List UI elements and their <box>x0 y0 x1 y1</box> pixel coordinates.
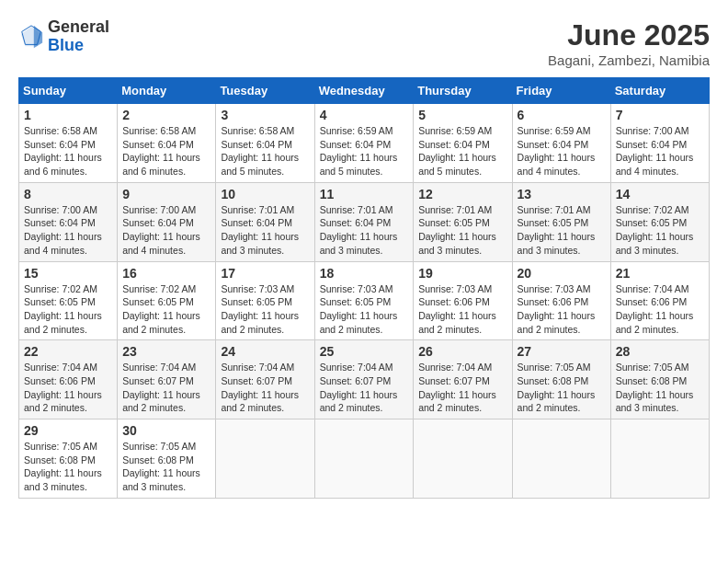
calendar-cell: 13Sunrise: 7:01 AMSunset: 6:05 PMDayligh… <box>512 182 610 261</box>
calendar-cell: 26Sunrise: 7:04 AMSunset: 6:07 PMDayligh… <box>414 340 512 419</box>
day-number: 6 <box>518 108 606 122</box>
day-info: Sunrise: 7:00 AMSunset: 6:04 PMDaylight:… <box>616 124 704 178</box>
weekday-header: Monday <box>118 78 216 104</box>
calendar-cell: 1Sunrise: 6:58 AMSunset: 6:04 PMDaylight… <box>19 104 118 183</box>
day-info: Sunrise: 7:03 AMSunset: 6:06 PMDaylight:… <box>418 282 506 337</box>
day-number: 25 <box>320 344 409 359</box>
title-area: June 2025 Bagani, Zambezi, Namibia <box>548 18 710 68</box>
day-number: 12 <box>418 187 506 201</box>
calendar-header: SundayMondayTuesdayWednesdayThursdayFrid… <box>19 78 710 104</box>
day-info: Sunrise: 7:02 AMSunset: 6:05 PMDaylight:… <box>616 203 704 258</box>
calendar-cell: 12Sunrise: 7:01 AMSunset: 6:05 PMDayligh… <box>414 182 512 261</box>
day-number: 11 <box>320 187 409 201</box>
day-number: 13 <box>518 187 606 201</box>
day-number: 24 <box>221 344 309 359</box>
calendar-week-row: 29Sunrise: 7:05 AMSunset: 6:08 PMDayligh… <box>19 419 710 499</box>
logo-text: General Blue <box>48 18 109 55</box>
weekday-header: Tuesday <box>216 78 314 104</box>
day-info: Sunrise: 7:01 AMSunset: 6:04 PMDaylight:… <box>320 203 409 258</box>
weekday-header: Wednesday <box>314 78 414 104</box>
weekday-header: Sunday <box>19 78 118 104</box>
calendar-cell: 7Sunrise: 7:00 AMSunset: 6:04 PMDaylight… <box>610 104 709 183</box>
calendar-cell: 6Sunrise: 6:59 AMSunset: 6:04 PMDaylight… <box>512 104 610 183</box>
day-number: 29 <box>24 423 112 438</box>
weekday-header: Thursday <box>414 78 512 104</box>
day-info: Sunrise: 7:04 AMSunset: 6:07 PMDaylight:… <box>320 361 409 415</box>
calendar-cell: 19Sunrise: 7:03 AMSunset: 6:06 PMDayligh… <box>414 261 512 340</box>
calendar-cell: 23Sunrise: 7:04 AMSunset: 6:07 PMDayligh… <box>118 340 216 419</box>
day-info: Sunrise: 7:04 AMSunset: 6:07 PMDaylight:… <box>418 361 506 415</box>
day-number: 30 <box>122 423 210 438</box>
page-title: June 2025 <box>548 18 710 52</box>
day-info: Sunrise: 7:01 AMSunset: 6:05 PMDaylight:… <box>418 203 506 258</box>
day-info: Sunrise: 6:58 AMSunset: 6:04 PMDaylight:… <box>221 124 309 178</box>
day-info: Sunrise: 7:02 AMSunset: 6:05 PMDaylight:… <box>122 282 210 337</box>
day-number: 3 <box>221 108 309 122</box>
day-info: Sunrise: 7:00 AMSunset: 6:04 PMDaylight:… <box>24 203 112 258</box>
day-number: 4 <box>320 108 409 122</box>
day-number: 9 <box>122 187 210 201</box>
day-info: Sunrise: 7:03 AMSunset: 6:05 PMDaylight:… <box>221 282 309 337</box>
calendar-cell <box>414 419 512 499</box>
calendar-body: 1Sunrise: 6:58 AMSunset: 6:04 PMDaylight… <box>19 104 710 499</box>
calendar-cell: 18Sunrise: 7:03 AMSunset: 6:05 PMDayligh… <box>314 261 414 340</box>
day-info: Sunrise: 7:05 AMSunset: 6:08 PMDaylight:… <box>24 440 112 494</box>
day-number: 21 <box>616 266 704 281</box>
day-number: 26 <box>418 344 506 359</box>
calendar-week-row: 22Sunrise: 7:04 AMSunset: 6:06 PMDayligh… <box>19 340 710 419</box>
day-info: Sunrise: 7:03 AMSunset: 6:06 PMDaylight:… <box>518 282 606 337</box>
weekday-header: Friday <box>512 78 610 104</box>
calendar-cell <box>610 419 709 499</box>
day-number: 16 <box>122 266 210 281</box>
day-info: Sunrise: 7:00 AMSunset: 6:04 PMDaylight:… <box>122 203 210 258</box>
day-info: Sunrise: 7:01 AMSunset: 6:04 PMDaylight:… <box>221 203 309 258</box>
calendar-cell: 25Sunrise: 7:04 AMSunset: 6:07 PMDayligh… <box>314 340 414 419</box>
calendar-week-row: 15Sunrise: 7:02 AMSunset: 6:05 PMDayligh… <box>19 261 710 340</box>
calendar-cell: 2Sunrise: 6:58 AMSunset: 6:04 PMDaylight… <box>118 104 216 183</box>
calendar-cell <box>314 419 414 499</box>
day-info: Sunrise: 7:05 AMSunset: 6:08 PMDaylight:… <box>616 361 704 415</box>
day-info: Sunrise: 6:59 AMSunset: 6:04 PMDaylight:… <box>518 124 606 178</box>
day-number: 15 <box>24 266 112 281</box>
weekday-header: Saturday <box>610 78 709 104</box>
day-info: Sunrise: 6:58 AMSunset: 6:04 PMDaylight:… <box>24 124 112 178</box>
calendar-cell: 21Sunrise: 7:04 AMSunset: 6:06 PMDayligh… <box>610 261 709 340</box>
calendar-cell: 15Sunrise: 7:02 AMSunset: 6:05 PMDayligh… <box>19 261 118 340</box>
day-info: Sunrise: 7:04 AMSunset: 6:07 PMDaylight:… <box>221 361 309 415</box>
day-info: Sunrise: 6:59 AMSunset: 6:04 PMDaylight:… <box>320 124 409 178</box>
logo-icon <box>18 24 44 50</box>
day-info: Sunrise: 7:05 AMSunset: 6:08 PMDaylight:… <box>518 361 606 415</box>
calendar-cell: 8Sunrise: 7:00 AMSunset: 6:04 PMDaylight… <box>19 182 118 261</box>
page-subtitle: Bagani, Zambezi, Namibia <box>548 52 710 68</box>
day-info: Sunrise: 7:01 AMSunset: 6:05 PMDaylight:… <box>518 203 606 258</box>
calendar-cell: 16Sunrise: 7:02 AMSunset: 6:05 PMDayligh… <box>118 261 216 340</box>
calendar-cell: 4Sunrise: 6:59 AMSunset: 6:04 PMDaylight… <box>314 104 414 183</box>
page-header: General Blue June 2025 Bagani, Zambezi, … <box>18 18 710 68</box>
calendar-cell: 24Sunrise: 7:04 AMSunset: 6:07 PMDayligh… <box>216 340 314 419</box>
day-number: 18 <box>320 266 409 281</box>
day-number: 17 <box>221 266 309 281</box>
calendar-cell: 22Sunrise: 7:04 AMSunset: 6:06 PMDayligh… <box>19 340 118 419</box>
calendar-cell: 20Sunrise: 7:03 AMSunset: 6:06 PMDayligh… <box>512 261 610 340</box>
calendar-cell: 29Sunrise: 7:05 AMSunset: 6:08 PMDayligh… <box>19 419 118 499</box>
day-number: 7 <box>616 108 704 122</box>
calendar-cell: 28Sunrise: 7:05 AMSunset: 6:08 PMDayligh… <box>610 340 709 419</box>
day-number: 23 <box>122 344 210 359</box>
logo: General Blue <box>18 18 109 55</box>
weekday-row: SundayMondayTuesdayWednesdayThursdayFrid… <box>19 78 710 104</box>
calendar-cell: 3Sunrise: 6:58 AMSunset: 6:04 PMDaylight… <box>216 104 314 183</box>
day-number: 28 <box>616 344 704 359</box>
day-number: 8 <box>24 187 112 201</box>
day-info: Sunrise: 7:04 AMSunset: 6:06 PMDaylight:… <box>24 361 112 415</box>
calendar-cell: 9Sunrise: 7:00 AMSunset: 6:04 PMDaylight… <box>118 182 216 261</box>
calendar-table: SundayMondayTuesdayWednesdayThursdayFrid… <box>18 77 710 499</box>
day-number: 1 <box>24 108 112 122</box>
day-info: Sunrise: 7:04 AMSunset: 6:07 PMDaylight:… <box>122 361 210 415</box>
day-info: Sunrise: 6:58 AMSunset: 6:04 PMDaylight:… <box>122 124 210 178</box>
day-number: 22 <box>24 344 112 359</box>
day-info: Sunrise: 7:04 AMSunset: 6:06 PMDaylight:… <box>616 282 704 337</box>
calendar-cell: 14Sunrise: 7:02 AMSunset: 6:05 PMDayligh… <box>610 182 709 261</box>
calendar-cell: 27Sunrise: 7:05 AMSunset: 6:08 PMDayligh… <box>512 340 610 419</box>
day-info: Sunrise: 6:59 AMSunset: 6:04 PMDaylight:… <box>418 124 506 178</box>
day-number: 20 <box>518 266 606 281</box>
